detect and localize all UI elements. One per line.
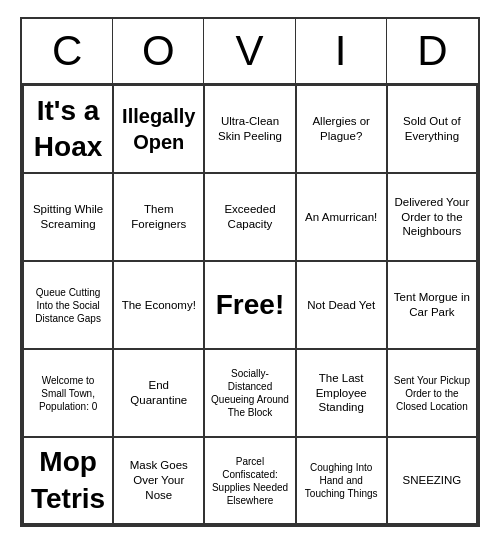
bingo-cell-6[interactable]: Them Foreigners — [113, 173, 204, 261]
bingo-cell-11[interactable]: The Economy! — [113, 261, 204, 349]
cell-text-14: Tent Morgue in Car Park — [393, 290, 471, 320]
bingo-card: COVID It's a HoaxIllegally OpenUltra-Cle… — [20, 17, 480, 527]
bingo-cell-8[interactable]: An Amurrican! — [296, 173, 387, 261]
cell-text-24: SNEEZING — [402, 473, 461, 488]
cell-text-18: The Last Employee Standing — [302, 371, 381, 416]
bingo-cell-7[interactable]: Exceeded Capacity — [204, 173, 295, 261]
cell-text-16: End Quarantine — [119, 378, 198, 408]
cell-text-0: It's a Hoax — [29, 93, 107, 166]
bingo-cell-24[interactable]: SNEEZING — [387, 437, 478, 525]
bingo-cell-20[interactable]: Mop Tetris — [22, 437, 113, 525]
bingo-header: COVID — [22, 19, 478, 85]
cell-text-1: Illegally Open — [119, 103, 198, 155]
cell-text-5: Spitting While Screaming — [29, 202, 107, 232]
bingo-cell-18[interactable]: The Last Employee Standing — [296, 349, 387, 437]
cell-text-4: Sold Out of Everything — [393, 114, 471, 144]
bingo-grid: It's a HoaxIllegally OpenUltra-Clean Ski… — [22, 85, 478, 525]
bingo-cell-17[interactable]: Socially-Distanced Queueing Around The B… — [204, 349, 295, 437]
bingo-cell-21[interactable]: Mask Goes Over Your Nose — [113, 437, 204, 525]
header-letter-o: O — [113, 19, 204, 83]
bingo-cell-0[interactable]: It's a Hoax — [22, 85, 113, 173]
bingo-cell-10[interactable]: Queue Cutting Into the Social Distance G… — [22, 261, 113, 349]
cell-text-13: Not Dead Yet — [307, 298, 375, 313]
header-letter-c: C — [22, 19, 113, 83]
cell-text-3: Allergies or Plague? — [302, 114, 381, 144]
bingo-cell-3[interactable]: Allergies or Plague? — [296, 85, 387, 173]
header-letter-d: D — [387, 19, 478, 83]
cell-text-23: Coughing Into Hand and Touching Things — [302, 461, 381, 500]
cell-text-12: Free! — [216, 287, 284, 323]
bingo-cell-4[interactable]: Sold Out of Everything — [387, 85, 478, 173]
header-letter-v: V — [204, 19, 295, 83]
bingo-cell-13[interactable]: Not Dead Yet — [296, 261, 387, 349]
cell-text-17: Socially-Distanced Queueing Around The B… — [210, 367, 289, 419]
cell-text-19: Sent Your Pickup Order to the Closed Loc… — [393, 374, 471, 413]
header-letter-i: I — [296, 19, 387, 83]
cell-text-2: Ultra-Clean Skin Peeling — [210, 114, 289, 144]
cell-text-22: Parcel Confiscated: Supplies Needed Else… — [210, 455, 289, 507]
cell-text-10: Queue Cutting Into the Social Distance G… — [29, 286, 107, 325]
bingo-cell-2[interactable]: Ultra-Clean Skin Peeling — [204, 85, 295, 173]
bingo-cell-14[interactable]: Tent Morgue in Car Park — [387, 261, 478, 349]
cell-text-11: The Economy! — [122, 298, 196, 313]
bingo-cell-19[interactable]: Sent Your Pickup Order to the Closed Loc… — [387, 349, 478, 437]
bingo-cell-23[interactable]: Coughing Into Hand and Touching Things — [296, 437, 387, 525]
bingo-cell-12[interactable]: Free! — [204, 261, 295, 349]
cell-text-15: Welcome to Small Town, Population: 0 — [29, 374, 107, 413]
cell-text-7: Exceeded Capacity — [210, 202, 289, 232]
bingo-cell-1[interactable]: Illegally Open — [113, 85, 204, 173]
cell-text-21: Mask Goes Over Your Nose — [119, 458, 198, 503]
cell-text-9: Delivered Your Order to the Neighbours — [393, 195, 471, 240]
bingo-cell-16[interactable]: End Quarantine — [113, 349, 204, 437]
bingo-cell-22[interactable]: Parcel Confiscated: Supplies Needed Else… — [204, 437, 295, 525]
cell-text-6: Them Foreigners — [119, 202, 198, 232]
bingo-cell-5[interactable]: Spitting While Screaming — [22, 173, 113, 261]
cell-text-20: Mop Tetris — [29, 444, 107, 517]
bingo-cell-15[interactable]: Welcome to Small Town, Population: 0 — [22, 349, 113, 437]
bingo-cell-9[interactable]: Delivered Your Order to the Neighbours — [387, 173, 478, 261]
cell-text-8: An Amurrican! — [305, 210, 377, 225]
